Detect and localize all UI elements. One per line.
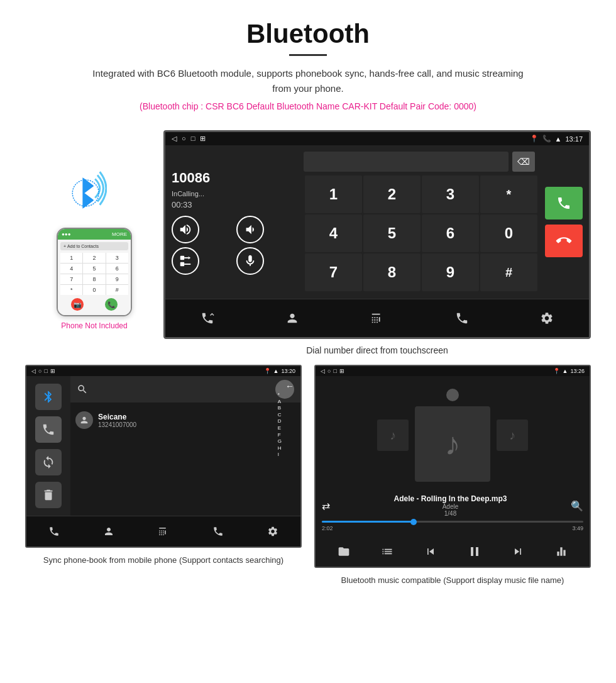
transfer-call-button[interactable]	[172, 247, 199, 275]
keypad-0[interactable]: 0	[480, 214, 537, 252]
pb-bluetooth-button[interactable]	[35, 384, 62, 410]
dial-text-input[interactable]	[304, 152, 509, 172]
nav-contacts-icon[interactable]	[280, 306, 305, 331]
keypad-3[interactable]: 3	[422, 175, 479, 213]
pb-search-bar: *ABCDEFGHI ←	[70, 376, 300, 403]
svg-rect-4	[180, 255, 184, 259]
keypad-5[interactable]: 5	[363, 214, 421, 252]
music-note-icon: ♪	[445, 426, 461, 462]
keypad-7[interactable]: 7	[305, 253, 362, 291]
pb-contact-number: 13241007000	[98, 421, 136, 428]
pb-contact-item[interactable]: Seicane 13241007000	[75, 408, 295, 433]
nav-call-icon[interactable]	[195, 306, 220, 331]
music-time: 13:26	[570, 368, 585, 374]
pb-main: *ABCDEFGHI ← Seicane 13241007000	[70, 376, 300, 516]
bluetooth-icon-wrapper	[69, 168, 119, 218]
music-progress-dot[interactable]	[410, 519, 417, 525]
answer-call-button[interactable]	[545, 187, 583, 219]
music-list-button[interactable]	[376, 540, 399, 563]
pb-nav-transfer[interactable]	[208, 521, 228, 541]
music-time-current: 2:02	[322, 525, 333, 531]
pb-sidebar	[26, 376, 70, 516]
music-play-pause-button[interactable]	[463, 540, 486, 563]
dial-timer: 00:33	[172, 200, 297, 209]
status-wifi: ▲	[555, 135, 562, 143]
keypad-2[interactable]: 2	[363, 175, 421, 213]
car-statusbar: ◁ ○ □ ⊞ 📍 📞 ▲ 13:17	[165, 132, 589, 145]
pb-statusbar: ◁ ○ □ ⊞ 📍 ▲ 13:20	[26, 366, 300, 376]
volume-down-button[interactable]	[236, 216, 264, 243]
music-screenshot-item: ◁ ○ □ ⊞ 📍 ▲ 13:26 ♪	[308, 365, 597, 587]
dial-status: InCalling...	[172, 190, 297, 197]
pb-nav-contacts[interactable]	[99, 521, 119, 541]
music-wifi: ▲	[563, 368, 568, 374]
pb-delete-button[interactable]	[35, 482, 62, 508]
microphone-button[interactable]	[236, 247, 264, 275]
nav-transfer-icon[interactable]	[449, 306, 475, 331]
pb-contact-name: Seicane	[98, 413, 136, 421]
music-album-area: ♪ ♪ ♪	[316, 376, 590, 494]
keypad-9[interactable]: 9	[422, 253, 479, 291]
music-back: ◁	[321, 368, 325, 374]
phone-keypad: 1 2 3 4 5 6 7 8 9 * 0 #	[60, 253, 128, 295]
pb-back-arrow[interactable]: ←	[285, 381, 294, 391]
phone-key-6: 6	[106, 264, 128, 274]
phone-key-2: 2	[83, 253, 105, 263]
music-screen: ◁ ○ □ ⊞ 📍 ▲ 13:26 ♪	[314, 365, 591, 568]
keypad-star[interactable]: *	[480, 175, 537, 213]
phonebook-caption: Sync phone-book from mobile phone (Suppo…	[37, 554, 290, 567]
dial-action-buttons	[172, 216, 297, 275]
car-screen-wrapper: ◁ ○ □ ⊞ 📍 📞 ▲ 13:17 10086	[163, 130, 591, 365]
music-folder-button[interactable]	[333, 540, 355, 563]
music-progress-fill	[322, 521, 414, 523]
volume-up-button[interactable]	[172, 216, 199, 243]
nav-settings-icon[interactable]	[534, 306, 559, 331]
pb-nav-call[interactable]	[44, 521, 64, 541]
pb-nav-dialpad[interactable]	[153, 521, 173, 541]
music-track-count: 1/48	[393, 510, 507, 517]
music-note-left: ♪	[390, 428, 396, 443]
status-right: 📍 📞 ▲ 13:17	[530, 135, 583, 143]
music-prev-button[interactable]	[419, 540, 442, 563]
music-recent: □	[333, 368, 336, 374]
keypad-4[interactable]: 4	[305, 214, 362, 252]
phonebook-screenshot-item: ◁ ○ □ ⊞ 📍 ▲ 13:20	[19, 365, 308, 587]
pb-status-left: ◁ ○ □ ⊞	[31, 368, 55, 374]
specs-line: (Bluetooth chip : CSR BC6 Default Blueto…	[13, 101, 603, 111]
music-time-total: 3:49	[572, 525, 583, 531]
phonebook-content: *ABCDEFGHI ← Seicane 13241007000	[26, 376, 300, 516]
end-call-button[interactable]	[545, 225, 583, 257]
keypad-grid: 1 2 3 * 4 5 6 0 7 8 9 #	[304, 174, 539, 292]
status-home: ○	[182, 135, 186, 143]
pb-alphabet: *ABCDEFGHI	[278, 392, 282, 458]
music-center-col: ♪	[415, 389, 490, 482]
music-note-right: ♪	[509, 428, 515, 443]
music-search-icon[interactable]: 🔍	[571, 500, 583, 512]
nav-dialpad-icon[interactable]	[365, 306, 390, 331]
dial-backspace-button[interactable]: ⌫	[512, 152, 535, 172]
music-equalizer-button[interactable]	[550, 540, 573, 563]
page-title: Bluetooth	[13, 19, 603, 49]
dial-number: 10086	[172, 170, 297, 186]
pb-sync-button[interactable]	[35, 449, 62, 475]
phone-mockup: ●●● MORE +Add to Contacts 1 2 3 4 5 6 7 …	[57, 228, 132, 316]
dial-middle: ⌫ 1 2 3 * 4 5 6 0 7 8	[304, 152, 539, 292]
keypad-6[interactable]: 6	[422, 214, 479, 252]
keypad-hash[interactable]: #	[480, 253, 537, 291]
status-recent: □	[191, 135, 195, 143]
music-dot	[446, 389, 459, 401]
keypad-1[interactable]: 1	[305, 175, 362, 213]
pb-contact-list: Seicane 13241007000	[70, 403, 300, 438]
music-status-right: 📍 ▲ 13:26	[553, 368, 585, 374]
pb-back: ◁	[31, 368, 36, 374]
music-next-button[interactable]	[507, 540, 529, 563]
pb-phone-button[interactable]	[35, 416, 62, 443]
pb-time: 13:20	[281, 368, 295, 374]
music-small-album-left: ♪	[377, 419, 409, 451]
pb-nav-settings[interactable]	[263, 521, 283, 541]
keypad-8[interactable]: 8	[363, 253, 421, 291]
music-ss: ⊞	[339, 368, 344, 374]
pb-wifi: ▲	[273, 368, 279, 374]
phone-call-button: 📞	[105, 298, 118, 311]
music-shuffle-icon[interactable]: ⇄	[322, 500, 330, 512]
